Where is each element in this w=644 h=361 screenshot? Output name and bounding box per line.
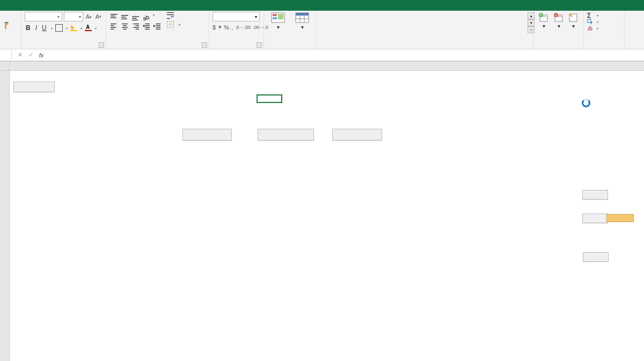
clipboard-group bbox=[0, 11, 21, 49]
increase-indent-icon[interactable] bbox=[152, 23, 162, 31]
enter-formula-icon[interactable]: ✓ bbox=[25, 51, 36, 58]
italic-button[interactable]: I bbox=[34, 24, 38, 32]
comma-icon[interactable]: , bbox=[231, 24, 233, 31]
formula-bar: ✕ ✓ fx bbox=[0, 49, 644, 61]
clear-pattern-button[interactable] bbox=[583, 252, 609, 262]
format-cells-button[interactable]: ▾ bbox=[566, 12, 580, 48]
conditional-formatting-button[interactable]: ▾ bbox=[267, 12, 289, 48]
styles-shortcuts: ▾ ▾ bbox=[264, 11, 317, 49]
svg-rect-18 bbox=[122, 24, 128, 24]
svg-rect-64 bbox=[589, 26, 591, 28]
align-bottom-icon[interactable] bbox=[131, 13, 140, 21]
svg-text:–: – bbox=[555, 13, 557, 17]
svg-rect-23 bbox=[136, 25, 140, 26]
borders-button[interactable] bbox=[55, 24, 63, 32]
paste-highlight bbox=[606, 214, 634, 222]
macro-button-3[interactable] bbox=[13, 82, 55, 92]
ribbon: ▾ ▾ A▴ A▾ B I U▾ ▾ ▾ A▾ ab▾ bbox=[0, 11, 644, 49]
play-sequence-button[interactable] bbox=[182, 129, 232, 141]
copy-pattern-button[interactable] bbox=[582, 190, 608, 200]
svg-rect-21 bbox=[123, 28, 127, 29]
svg-rect-7 bbox=[121, 15, 128, 16]
alignment-group: ab▾ ▾ bbox=[106, 11, 209, 49]
svg-rect-17 bbox=[111, 28, 114, 29]
svg-rect-8 bbox=[121, 17, 126, 17]
column-headers[interactable] bbox=[0, 61, 644, 71]
delete-cells-button[interactable]: –▾ bbox=[552, 12, 566, 48]
font-name-select[interactable]: ▾ bbox=[25, 12, 62, 21]
bold-button[interactable]: B bbox=[25, 24, 32, 32]
merge-center-button[interactable]: ▾ bbox=[166, 20, 181, 28]
dialog-launcher-icon[interactable] bbox=[257, 42, 262, 48]
play-pattern-button[interactable] bbox=[258, 129, 314, 141]
svg-rect-32 bbox=[156, 25, 160, 26]
busy-icon bbox=[582, 99, 590, 107]
increase-font-icon[interactable]: A▴ bbox=[85, 12, 93, 21]
orientation-icon[interactable]: ab bbox=[142, 13, 151, 21]
fill-color-button[interactable] bbox=[70, 24, 77, 32]
paste-pattern-button[interactable] bbox=[582, 213, 608, 223]
wrap-text-button[interactable] bbox=[166, 12, 181, 20]
svg-rect-39 bbox=[167, 18, 170, 19]
worksheet-grid[interactable] bbox=[0, 71, 644, 361]
svg-rect-4 bbox=[111, 14, 118, 14]
svg-rect-14 bbox=[111, 24, 116, 24]
align-top-icon[interactable] bbox=[109, 13, 119, 21]
svg-rect-12 bbox=[132, 19, 138, 20]
cell-styles-group: ▴▾⎓ bbox=[317, 11, 533, 49]
align-right-icon[interactable] bbox=[131, 23, 140, 31]
svg-marker-38 bbox=[171, 16, 172, 18]
row-headers[interactable] bbox=[0, 71, 10, 361]
cancel-formula-icon[interactable]: ✕ bbox=[14, 51, 25, 58]
svg-rect-26 bbox=[145, 24, 150, 24]
number-format-select[interactable]: ▾ bbox=[213, 12, 260, 21]
svg-marker-33 bbox=[153, 25, 155, 27]
dialog-launcher-icon[interactable] bbox=[99, 42, 104, 48]
svg-rect-15 bbox=[111, 25, 114, 26]
decrease-font-icon[interactable]: A▾ bbox=[94, 12, 103, 21]
svg-rect-16 bbox=[111, 27, 116, 27]
name-box[interactable] bbox=[0, 50, 9, 61]
svg-rect-43 bbox=[273, 14, 277, 16]
align-center-icon[interactable] bbox=[120, 23, 129, 31]
svg-text:Σ: Σ bbox=[587, 12, 591, 18]
decrease-indent-icon[interactable] bbox=[142, 23, 151, 31]
dialog-launcher-icon[interactable] bbox=[202, 42, 207, 48]
ribbon-tab-strip bbox=[0, 0, 644, 11]
clear-button[interactable]: ▾ bbox=[587, 25, 621, 31]
fill-button[interactable]: ▾ bbox=[587, 19, 621, 25]
formula-input[interactable] bbox=[47, 50, 644, 61]
stop-button[interactable] bbox=[332, 129, 382, 141]
svg-rect-63 bbox=[588, 28, 592, 31]
svg-rect-30 bbox=[145, 28, 150, 29]
format-as-table-button[interactable]: ▾ bbox=[292, 12, 313, 48]
number-group: ▾ $▾ % , .0→.00 .00→.0 bbox=[209, 11, 264, 49]
increase-decimal-icon[interactable]: .0→.00 bbox=[235, 25, 251, 30]
svg-marker-28 bbox=[143, 25, 144, 27]
svg-rect-3 bbox=[85, 30, 92, 31]
svg-rect-29 bbox=[145, 27, 150, 27]
percent-icon[interactable]: % bbox=[224, 24, 229, 31]
currency-icon[interactable]: $ bbox=[213, 24, 216, 31]
underline-button[interactable]: U bbox=[41, 24, 48, 32]
utility-buttons bbox=[582, 190, 608, 237]
font-group: ▾ ▾ A▴ A▾ B I U▾ ▾ ▾ A▾ bbox=[21, 11, 106, 49]
format-painter-button[interactable] bbox=[3, 21, 18, 30]
font-size-select[interactable]: ▾ bbox=[64, 12, 83, 21]
svg-rect-45 bbox=[278, 14, 283, 19]
font-color-button[interactable]: A bbox=[85, 24, 92, 32]
fx-icon[interactable]: fx bbox=[36, 52, 47, 58]
autosum-button[interactable]: Σ▾ bbox=[587, 12, 621, 18]
svg-rect-37 bbox=[167, 14, 174, 15]
svg-rect-47 bbox=[296, 13, 309, 16]
svg-rect-11 bbox=[132, 18, 137, 18]
svg-rect-6 bbox=[111, 17, 116, 18]
svg-rect-5 bbox=[111, 16, 115, 16]
svg-rect-24 bbox=[133, 27, 139, 27]
svg-rect-25 bbox=[136, 28, 140, 29]
select-all-triangle[interactable] bbox=[0, 62, 10, 70]
align-middle-icon[interactable] bbox=[120, 13, 129, 21]
align-left-icon[interactable] bbox=[109, 23, 119, 31]
svg-rect-19 bbox=[123, 25, 127, 26]
insert-cells-button[interactable]: +▾ bbox=[537, 12, 551, 48]
